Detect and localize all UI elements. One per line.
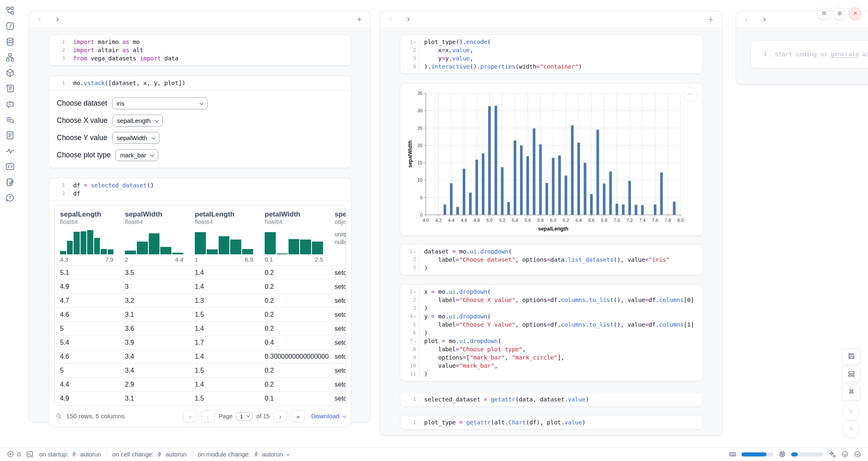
menu-button[interactable] — [817, 7, 830, 20]
table-row[interactable]: 4.63.11.50.2setos — [55, 307, 346, 321]
chart: 4.04.24.44.64.85.05.25.45.65.86.06.26.46… — [407, 88, 701, 235]
vstack-cell[interactable]: 1mo.vstack([dataset, x, y, plot]) Choose… — [49, 76, 351, 168]
errors-icon[interactable] — [7, 450, 14, 458]
empty-code-cell[interactable]: 1 Start coding or generate with AI — [750, 40, 868, 68]
settings-button[interactable] — [833, 7, 846, 20]
run-button[interactable] — [843, 421, 860, 438]
plot-type-cell[interactable]: 1plot_type = getattr(alt.Chart(df), plot… — [400, 415, 703, 430]
svg-text:8.0: 8.0 — [677, 218, 683, 223]
column-header: speciobjecuniqunulls: — [329, 210, 346, 263]
plot-code-cell[interactable]: 1plot_type().encode(2 x=x.value,3 y=y.va… — [400, 35, 703, 74]
svg-text:5.4: 5.4 — [512, 218, 518, 223]
chevron-right-icon[interactable] — [761, 16, 767, 23]
table-row[interactable]: 53.41.50.2setos — [55, 363, 346, 377]
code-icon[interactable] — [5, 162, 15, 171]
controls-code-cell[interactable]: 1x = mo.ui.dropdown(2 label="Choose X va… — [400, 284, 703, 381]
first-page-button[interactable]: « — [183, 410, 197, 422]
dataset-select[interactable]: iris — [112, 97, 208, 109]
chevron-left-icon[interactable] — [388, 16, 394, 23]
chevron-left-icon[interactable] — [37, 16, 43, 23]
right-column: 1 Start coding or generate with AI — [736, 11, 868, 85]
code-placeholder[interactable]: Start coding or generate with AI — [770, 50, 868, 58]
keyboard-shortcuts-button[interactable]: ⌘ — [842, 385, 861, 401]
table-row[interactable]: 5.43.91.70.4setos — [55, 335, 346, 349]
ellipsis-icon — [686, 90, 694, 100]
runtime-config-item[interactable]: on cell change:autorun — [112, 451, 187, 458]
page-select-wrap: 1 — [236, 412, 253, 421]
chevron-right-icon[interactable] — [405, 16, 411, 23]
terminal-icon[interactable] — [26, 450, 34, 458]
chevron-right-icon[interactable] — [54, 16, 60, 23]
file-tree-icon[interactable] — [5, 6, 15, 15]
connected-icon[interactable] — [854, 450, 861, 458]
svg-text:7.2: 7.2 — [626, 218, 633, 223]
command-icon: ⌘ — [847, 388, 855, 398]
plot-type-select[interactable]: mark_bar — [115, 149, 158, 161]
x-value-select[interactable]: sepalLength — [113, 115, 163, 127]
code-line: 2 label="Choose dataset", options=data.l… — [400, 256, 702, 264]
search-icon[interactable] — [55, 413, 62, 420]
ram-progress-fill — [741, 452, 766, 456]
last-page-button[interactable]: » — [291, 410, 305, 422]
help-icon[interactable]: ? — [5, 193, 15, 203]
control-label: Choose dataset — [57, 99, 107, 108]
search-list-icon[interactable] — [5, 115, 15, 124]
svg-text:4.8: 4.8 — [473, 218, 480, 223]
table-row[interactable]: 4.63.41.40.30000000000000004setos — [55, 349, 346, 363]
runtime-config-item[interactable]: on startup:autorun — [39, 451, 101, 458]
layout-button[interactable] — [842, 366, 861, 383]
imports-cell[interactable]: 1import marimo as mo2import altair as al… — [49, 35, 351, 66]
next-page-button[interactable]: › — [273, 410, 287, 422]
chart-menu-button[interactable] — [683, 88, 697, 102]
chevron-left-icon[interactable] — [743, 16, 750, 23]
scroll-icon[interactable] — [5, 84, 15, 93]
table-row[interactable]: 4.42.91.40.2setos — [55, 377, 346, 391]
database-icon[interactable] — [5, 37, 15, 46]
runtime-config-item[interactable]: on module change:autorun — [198, 451, 289, 458]
table-row[interactable]: 4.73.21.30.2setos — [55, 293, 346, 307]
selected-dataset-cell[interactable]: 1selected_dataset = getattr(data, datase… — [400, 392, 703, 407]
column-header: petalLengthfloat6416.9 — [189, 210, 259, 263]
column-histogram — [60, 230, 113, 254]
vstack-output: Choose datasetirisChoose X valuesepalLen… — [49, 90, 351, 168]
notebook-icon[interactable] — [5, 177, 15, 187]
table-row[interactable]: 53.61.40.2setos — [55, 321, 346, 335]
page-select[interactable]: 1 — [236, 412, 253, 421]
code-line: 1import marimo as mo — [49, 38, 351, 46]
menu-icon — [821, 10, 827, 18]
column-histogram — [265, 230, 323, 254]
add-cell-icon[interactable] — [707, 16, 714, 23]
generate-link[interactable]: generate — [831, 51, 859, 58]
svg-text:4.6: 4.6 — [461, 218, 467, 223]
document-icon[interactable] — [5, 131, 15, 140]
sidebar: f? — [0, 6, 20, 203]
add-cell-icon[interactable] — [356, 16, 363, 23]
bot-icon[interactable] — [5, 99, 15, 109]
dataset-dropdown-cell[interactable]: 1dataset = mo.ui.dropdown(2 label="Choos… — [400, 244, 703, 275]
stop-button[interactable] — [843, 403, 860, 421]
prev-page-button[interactable]: ‹ — [201, 410, 215, 422]
save-button[interactable] — [842, 348, 861, 365]
code-line: 1plot_type().encode( — [400, 38, 702, 46]
copilot-icon[interactable] — [841, 450, 849, 458]
svg-text:4.0: 4.0 — [422, 218, 429, 223]
y-value-select[interactable]: sepalWidth — [112, 132, 159, 144]
function-icon[interactable]: f — [5, 21, 15, 31]
activity-icon[interactable] — [5, 146, 15, 156]
code-line: 1df = selected_dataset() — [49, 181, 351, 189]
sitemap-icon[interactable] — [5, 53, 15, 62]
table-row[interactable]: 4.931.40.2setos — [55, 279, 346, 293]
shutdown-button[interactable] — [849, 7, 861, 20]
download-button[interactable]: Download — [311, 413, 345, 420]
middle-column: 1plot_type().encode(2 x=x.value,3 y=y.va… — [380, 11, 722, 436]
table-row[interactable]: 5.13.51.40.2setos — [55, 265, 346, 279]
control-label: Choose Y value — [57, 134, 107, 142]
dataframe-cell[interactable]: 1df = selected_dataset()2df sepalLengthf… — [49, 178, 351, 427]
sparkles-icon[interactable] — [828, 450, 836, 458]
cube-icon[interactable] — [5, 68, 15, 78]
code-line: 2 x=x.value, — [400, 46, 702, 54]
chevron-down-icon — [286, 452, 290, 456]
table-summary: 150 rows, 5 columns — [66, 413, 125, 420]
table-row[interactable]: 4.93.11.50.1setos — [55, 391, 346, 405]
gear-icon — [836, 10, 843, 18]
